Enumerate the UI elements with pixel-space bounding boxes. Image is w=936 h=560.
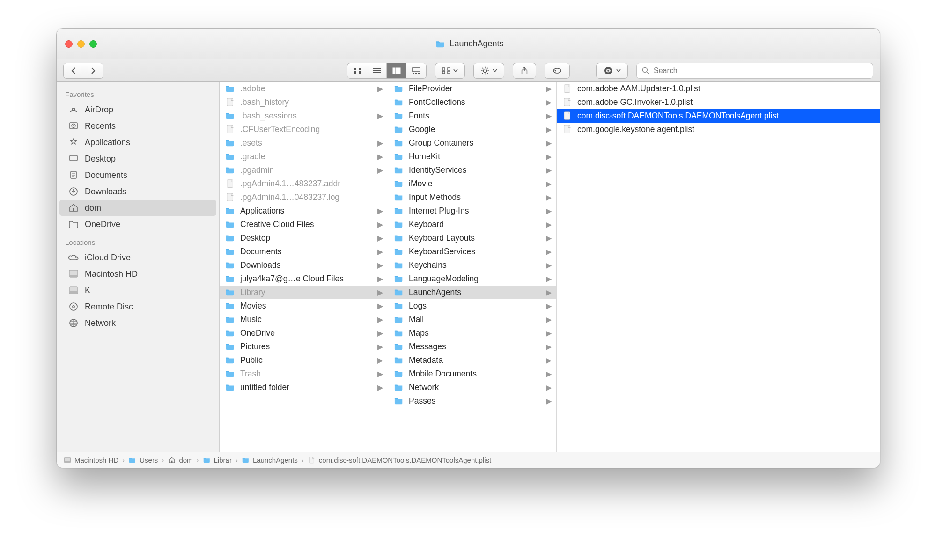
path-crumb[interactable]: com.disc-soft.DAEMONTools.DAEMONToolsAge… (308, 456, 491, 464)
file-row[interactable]: com.adobe.AAM.Updater-1.0.plist (557, 82, 880, 96)
folder-row[interactable]: Fonts▶ (388, 109, 556, 123)
quicklook-button[interactable] (596, 63, 628, 79)
row-label: Group Containers (409, 138, 541, 148)
list-view-button[interactable] (367, 63, 387, 78)
folder-row[interactable]: Passes▶ (388, 394, 556, 408)
folder-row[interactable]: Pictures▶ (220, 340, 388, 354)
row-label: Mail (409, 315, 541, 324)
folder-row[interactable]: FontCollections▶ (388, 96, 556, 109)
folder-row[interactable]: .bash_sessions▶ (220, 109, 388, 123)
folder-row[interactable]: Creative Cloud Files▶ (220, 218, 388, 231)
folder-row[interactable]: Movies▶ (220, 299, 388, 313)
folder-row[interactable]: .pgadmin▶ (220, 163, 388, 177)
folder-row[interactable]: Messages▶ (388, 340, 556, 354)
folder-row[interactable]: Music▶ (220, 313, 388, 326)
path-crumb[interactable]: Macintosh HD (63, 456, 118, 464)
folder-icon (394, 166, 404, 175)
gallery-view-button[interactable] (406, 63, 426, 78)
folder-row[interactable]: Keyboard Layouts▶ (388, 231, 556, 245)
sidebar-item[interactable]: AirDrop (59, 102, 216, 118)
row-label: Library (240, 287, 373, 297)
row-label: untitled folder (240, 383, 373, 392)
folder-row[interactable]: Applications▶ (220, 204, 388, 218)
folder-row[interactable]: Google▶ (388, 123, 556, 136)
share-button[interactable] (513, 63, 536, 79)
sidebar-item[interactable]: dom (59, 200, 216, 216)
sidebar-item[interactable]: OneDrive (59, 216, 216, 232)
sidebar-item[interactable]: Macintosh HD (59, 266, 216, 282)
folder-row[interactable]: Desktop▶ (220, 231, 388, 245)
folder-row[interactable]: Mobile Documents▶ (388, 367, 556, 381)
sidebar-item[interactable]: Network (59, 315, 216, 331)
folder-row[interactable]: Logs▶ (388, 299, 556, 313)
folder-row[interactable]: Library▶ (220, 286, 388, 299)
folder-row[interactable]: .esets▶ (220, 136, 388, 150)
file-row[interactable]: com.disc-soft.DAEMONTools.DAEMONToolsAge… (557, 109, 880, 123)
folder-row[interactable]: HomeKit▶ (388, 150, 556, 163)
recents-icon (68, 121, 79, 131)
sidebar-item[interactable]: Recents (59, 118, 216, 134)
folder-row[interactable]: OneDrive▶ (220, 326, 388, 340)
sidebar-item[interactable]: Documents (59, 167, 216, 183)
file-row[interactable]: .pgAdmin4.1…483237.addr (220, 177, 388, 191)
folder-row[interactable]: Input Methods▶ (388, 191, 556, 204)
folder-row[interactable]: LanguageModeling▶ (388, 272, 556, 286)
folder-row[interactable]: Metadata▶ (388, 354, 556, 367)
folder-row[interactable]: Downloads▶ (220, 258, 388, 272)
file-row[interactable]: .bash_history (220, 96, 388, 109)
back-button[interactable] (64, 63, 83, 78)
path-crumb[interactable]: Users (128, 456, 158, 464)
folder-row[interactable]: iMovie▶ (388, 177, 556, 191)
close-button[interactable] (65, 40, 73, 48)
minimize-button[interactable] (77, 40, 85, 48)
file-row[interactable]: com.google.keystone.agent.plist (557, 123, 880, 136)
row-label: IdentityServices (409, 165, 541, 175)
zoom-button[interactable] (89, 40, 97, 48)
column-1[interactable]: FileProvider▶FontCollections▶Fonts▶Googl… (388, 82, 557, 452)
forward-button[interactable] (83, 63, 103, 78)
arrange-button[interactable] (435, 63, 465, 79)
path-crumb[interactable]: LaunchAgents (242, 456, 298, 464)
sidebar-item[interactable]: iCloud Drive (59, 250, 216, 265)
folder-row[interactable]: LaunchAgents▶ (388, 286, 556, 299)
folder-row[interactable]: Keyboard▶ (388, 218, 556, 231)
folder-row[interactable]: Group Containers▶ (388, 136, 556, 150)
file-row[interactable]: .CFUserTextEncoding (220, 123, 388, 136)
sidebar-item[interactable]: K (59, 282, 216, 298)
folder-row[interactable]: julya4ka7@g…e Cloud Files▶ (220, 272, 388, 286)
search-input[interactable] (654, 66, 868, 75)
chevron-right-icon: ▶ (546, 247, 552, 256)
tags-button[interactable] (545, 63, 570, 79)
folder-row[interactable]: Trash▶ (220, 367, 388, 381)
column-2[interactable]: com.adobe.AAM.Updater-1.0.plistcom.adobe… (557, 82, 880, 452)
search-field[interactable] (636, 63, 873, 79)
folder-row[interactable]: Internet Plug-Ins▶ (388, 204, 556, 218)
path-crumb[interactable]: dom (168, 456, 192, 464)
sidebar-item[interactable]: Applications (59, 134, 216, 150)
folder-row[interactable]: KeyboardServices▶ (388, 245, 556, 258)
icon-view-button[interactable] (347, 63, 367, 78)
folder-row[interactable]: Documents▶ (220, 245, 388, 258)
column-0[interactable]: .adobe▶.bash_history.bash_sessions▶.CFUs… (220, 82, 388, 452)
sidebar-item[interactable]: Desktop (59, 151, 216, 167)
folder-row[interactable]: .gradle▶ (220, 150, 388, 163)
sidebar-item[interactable]: Remote Disc (59, 299, 216, 315)
row-label: .bash_history (240, 97, 383, 107)
folder-row[interactable]: Maps▶ (388, 326, 556, 340)
column-view-button[interactable] (387, 63, 406, 78)
folder-row[interactable]: untitled folder▶ (220, 381, 388, 394)
path-crumb[interactable]: Librar (203, 456, 232, 464)
folder-row[interactable]: Mail▶ (388, 313, 556, 326)
folder-row[interactable]: FileProvider▶ (388, 82, 556, 96)
sidebar[interactable]: FavoritesAirDropRecentsApplicationsDeskt… (57, 82, 220, 452)
folder-row[interactable]: IdentityServices▶ (388, 163, 556, 177)
action-button[interactable] (473, 63, 504, 79)
sidebar-item[interactable]: Downloads (59, 184, 216, 199)
folder-row[interactable]: Network▶ (388, 381, 556, 394)
file-row[interactable]: .pgAdmin4.1…0483237.log (220, 191, 388, 204)
file-row[interactable]: com.adobe.GC.Invoker-1.0.plist (557, 96, 880, 109)
svg-rect-28 (396, 68, 398, 74)
folder-row[interactable]: .adobe▶ (220, 82, 388, 96)
folder-row[interactable]: Keychains▶ (388, 258, 556, 272)
folder-row[interactable]: Public▶ (220, 354, 388, 367)
